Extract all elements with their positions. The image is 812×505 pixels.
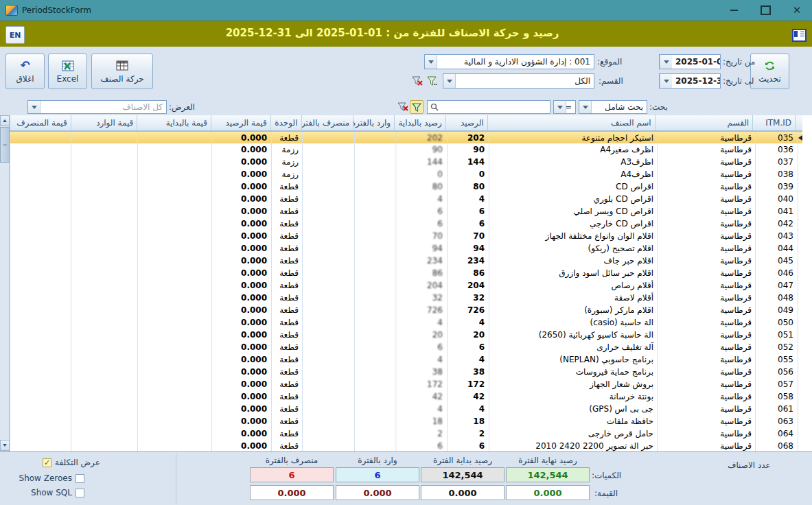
search-scope-select[interactable]: بحث شامل [579, 100, 647, 114]
cell-unit: قطعة [271, 316, 302, 329]
search-operator-dropdown-icon[interactable] [554, 101, 566, 113]
table-row[interactable]: 061قرطاسيةجى بى اس (GPS)44قطعة0.000 [10, 403, 802, 415]
maximize-button[interactable] [757, 3, 774, 18]
column-header-1[interactable]: ITM.ID [752, 115, 795, 130]
to-date-picker[interactable]: 2025-12-31 [659, 73, 721, 89]
cell-unit: رزمة [271, 156, 302, 168]
cell-outbound-period [302, 353, 354, 366]
search-operator-select[interactable]: = [553, 100, 576, 114]
column-header-4[interactable]: الرصيد [445, 115, 487, 130]
scrollbar-thumb[interactable]: = [0, 127, 10, 163]
item-movement-button[interactable]: حركة الصنف [91, 54, 153, 89]
minimize-button[interactable] [726, 3, 742, 18]
table-row[interactable]: 036قرطاسيةاظرف صغيرA49090رزمة0.000 [10, 143, 802, 156]
table-row[interactable]: 063قرطاسيةحافظة ملفات1818قطعة0.000 [10, 415, 802, 427]
location-select[interactable]: 001 : إدارة الشؤون الادارية و المالية [424, 54, 594, 69]
table-row[interactable]: 051قرطاسيةالة حاسبة كاسيو كهربائية (2650… [10, 329, 802, 341]
cell-balance-value: 0.000 [211, 304, 271, 316]
cell-item-id: 068 [755, 440, 798, 452]
location-dropdown-icon[interactable] [425, 55, 437, 69]
refresh-button[interactable]: تحديث [750, 54, 789, 89]
table-row[interactable]: 043قرطاسيةاقلام الوان وانواع مختلفة الجه… [10, 230, 802, 242]
department-filter-clear-icon[interactable] [410, 74, 424, 88]
cell-beginning-value [137, 329, 211, 341]
filter-clear-button[interactable] [396, 100, 410, 114]
cell-item-id: 037 [755, 156, 798, 168]
column-header-11[interactable]: قيمة الوارد [71, 115, 137, 130]
view-select[interactable]: كل الاصناف [27, 100, 167, 114]
cell-item-name: الة حاسبة كاسيو كهربائية (2650) [489, 329, 657, 341]
form-grid-icon[interactable] [792, 29, 807, 42]
cell-beginning-value [137, 304, 211, 316]
department-select[interactable]: الكل [443, 73, 594, 89]
close-form-button[interactable]: ↶ اغلاق [5, 54, 45, 89]
department-filter-icon[interactable] [426, 74, 439, 88]
table-row[interactable]: 068قرطاسيةحبر الة تصوير 2200 2420 201066… [10, 440, 802, 452]
cell-balance-value: 0.000 [211, 132, 271, 143]
table-row[interactable]: 055قرطاسيةبرنامج حاسوبي (NEPLAN)44قطعة0.… [10, 353, 802, 366]
column-header-5[interactable]: رصيد بالبداية [394, 115, 445, 130]
cell-unit: قطعة [271, 366, 302, 378]
table-row[interactable]: 056قرطاسيةبرنامج حماية فيروسات3838قطعة0.… [10, 366, 802, 378]
table-row[interactable]: 064قرطاسيةحامل قرص خارجى22قطعة0.000 [10, 427, 802, 440]
cell-outbound-value [10, 316, 71, 329]
cell-beginning-balance: 6 [395, 205, 447, 218]
column-header-8[interactable]: الوحدة [270, 115, 301, 130]
cell-outbound-value [10, 415, 71, 427]
cell-item-id: 040 [755, 193, 798, 205]
table-row[interactable]: 049قرطاسيةاقلام ماركر (سبورة)726726قطعة0… [10, 304, 802, 316]
table-row[interactable]: 037قرطاسيةاظرفA3144144رزمة0.000 [10, 156, 802, 168]
table-row[interactable]: 045قرطاسيةاقلام حبر جاف234234قطعة0.000 [10, 255, 802, 267]
column-header-12[interactable]: قيمة المنصرف [10, 115, 71, 130]
table-row[interactable]: 047قرطاسيةأقلام رصاص204204قطعة0.000 [10, 279, 802, 292]
cell-outbound-period [302, 316, 354, 329]
show-sql-checkbox[interactable] [76, 489, 84, 497]
cell-inbound-value [71, 390, 137, 403]
cell-inbound-period [354, 267, 395, 279]
cell-department: قرطاسية [657, 230, 755, 242]
table-row[interactable]: 035قرطاسيةاستيكر احجام متنوعة202202قطعة0… [10, 131, 802, 143]
view-dropdown-icon[interactable] [28, 101, 40, 113]
table-row[interactable]: 057قرطاسيةبروش شعار الجهاز172172قطعة0.00… [10, 378, 802, 390]
table-row[interactable]: 042قرطاسيةاقراص CD خارجي66قطعة0.000 [10, 218, 802, 230]
cell-beginning-balance: 32 [395, 292, 447, 304]
show-zeroes-checkbox-row[interactable]: Show Zeroes [7, 473, 84, 483]
cell-unit: قطعة [271, 427, 302, 440]
summary-ending-balance: رصيد نهاية الفترة 142,544 0.000 [506, 456, 590, 500]
table-row[interactable]: 048قرطاسيةأقلام لاصقة3232قطعة0.000 [10, 292, 802, 304]
show-zeroes-checkbox[interactable] [76, 474, 84, 483]
table-row[interactable]: 052قرطاسيةآلة تغليف حرارى66قطعة0.000 [10, 341, 802, 353]
show-cost-checkbox-row[interactable]: عرض التكلفة ✓ [43, 458, 100, 467]
table-row[interactable]: 040قرطاسيةاقراص CD بلوري44قطعة0.000 [10, 193, 802, 205]
record-selector [798, 193, 802, 205]
column-header-10[interactable]: قيمة بالبداية [137, 115, 211, 130]
table-row[interactable]: 038قرطاسيةاظرفA400رزمة0.000 [10, 168, 802, 180]
scroll-up-button[interactable] [0, 115, 10, 126]
to-date-dropdown-icon[interactable] [660, 74, 672, 88]
department-dropdown-icon[interactable] [443, 74, 456, 88]
show-sql-checkbox-row[interactable]: Show SQL [7, 488, 84, 497]
table-row[interactable]: 039قرطاسيةاقراص CD8080قطعة0.000 [10, 180, 802, 193]
excel-export-button[interactable]: Excel [48, 54, 87, 89]
table-row[interactable]: 046قرطاسيةاقلام حبر سائل اسود وازرق8686ق… [10, 267, 802, 279]
from-date-picker[interactable]: 2025-01-01 [659, 54, 721, 69]
table-row[interactable]: 044قرطاسيةاقلام تصحيح (ريكو)9494قطعة0.00… [10, 242, 802, 255]
close-window-button[interactable]: ✕ [789, 3, 805, 18]
column-header-6[interactable]: وارد بالفترة [353, 115, 394, 130]
cell-item-id: 050 [755, 316, 798, 329]
vertical-scrollbar[interactable]: = [0, 115, 10, 451]
show-cost-checkbox[interactable]: ✓ [43, 458, 51, 467]
column-header-2[interactable]: القسم [655, 115, 752, 130]
scroll-down-button[interactable] [0, 440, 10, 451]
table-row[interactable]: 041قرطاسيةاقراص CD ويسر اصلي66قطعة0.000 [10, 205, 802, 218]
table-row[interactable]: 050قرطاسيةالة حاسبة (casio)44قطعة0.000 [10, 316, 802, 329]
cell-item-name: آلة تغليف حرارى [489, 341, 657, 353]
filter-toggle-button[interactable] [410, 100, 424, 114]
column-header-7[interactable]: منصرف بالفترة [301, 115, 353, 130]
search-input[interactable] [427, 100, 550, 114]
column-header-3[interactable]: اسم الصنف [487, 115, 655, 130]
search-scope-dropdown-icon[interactable] [579, 101, 592, 113]
from-date-dropdown-icon[interactable] [660, 55, 672, 69]
column-header-9[interactable]: قيمة الرصيد [211, 115, 270, 130]
table-row[interactable]: 058قرطاسيةبونتة خرسانة4242قطعة0.000 [10, 390, 802, 403]
